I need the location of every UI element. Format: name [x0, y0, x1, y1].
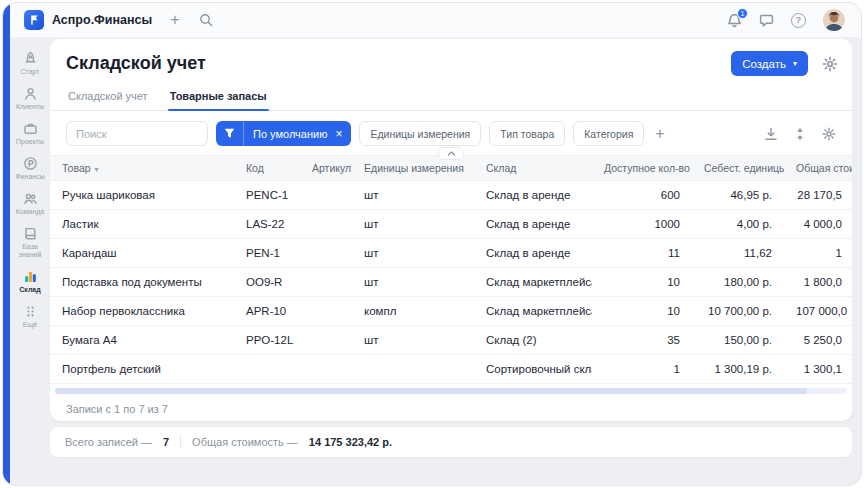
cell-qty: 1	[592, 355, 692, 384]
cell-warehouse: Сортировочный склад	[474, 355, 592, 384]
table-row[interactable]: Ластик LAS-22 шт Склад в аренде 1000 4,0…	[50, 210, 852, 239]
sidebar-item-team[interactable]: Команда	[11, 189, 49, 218]
cell-article	[300, 181, 352, 210]
page-settings-gear-icon[interactable]	[822, 56, 838, 72]
sidebar: Старт Клиенты Проекты Финансы Команда Ба…	[10, 37, 50, 485]
tab-warehouse-accounting[interactable]: Складской учет	[66, 85, 150, 110]
cell-unit: шт	[352, 210, 474, 239]
cell-warehouse: Склад маркетплейса	[474, 297, 592, 326]
help-button[interactable]: ?	[791, 13, 806, 28]
filter-chip-label: По умолчанию	[244, 128, 335, 140]
table-row[interactable]: Карандаш PEN-1 шт Склад в аренде 11 11,6…	[50, 239, 852, 268]
filter-product-type-button[interactable]: Тип товара	[489, 121, 565, 146]
chat-icon	[759, 13, 774, 28]
sidebar-item-knowledge-base[interactable]: База знаний	[11, 224, 49, 261]
column-header-total-cost[interactable]: Общая стоимость	[784, 156, 852, 181]
cell-article	[300, 297, 352, 326]
cell-qty: 1000	[592, 210, 692, 239]
total-records-value: 7	[163, 436, 169, 448]
table-row[interactable]: Подставка под документы OO9-R шт Склад м…	[50, 268, 852, 297]
sidebar-item-more[interactable]: Ещё	[11, 302, 49, 331]
sidebar-item-label: Ещё	[23, 321, 37, 329]
cell-total-cost: 28 170,5	[784, 181, 852, 210]
cell-code: PENC-1	[234, 181, 300, 210]
cell-unit: шт	[352, 239, 474, 268]
app-window: Аспро.Финансы + 1 ?	[2, 2, 862, 486]
cell-product: Портфель детский	[50, 355, 234, 384]
column-header-unit-cost[interactable]: Себест. единицы	[692, 156, 784, 181]
sidebar-item-projects[interactable]: Проекты	[11, 119, 49, 148]
sidebar-item-finance[interactable]: Финансы	[11, 154, 49, 183]
sidebar-item-label: Склад	[19, 286, 40, 294]
cell-total-cost: 5 250,0	[784, 326, 852, 355]
cell-unit-cost: 1 300,19 р.	[692, 355, 784, 384]
cell-warehouse: Склад в аренде	[474, 181, 592, 210]
table-row[interactable]: Набор первоклассника APR-10 компл Склад …	[50, 297, 852, 326]
sidebar-item-warehouse[interactable]: Склад	[11, 267, 49, 296]
column-header-code[interactable]: Код	[234, 156, 300, 181]
app-name: Аспро.Финансы	[52, 13, 152, 27]
export-download-icon[interactable]	[764, 127, 778, 141]
cell-unit-cost: 150,00 р.	[692, 326, 784, 355]
create-button-label: Создать	[742, 58, 786, 70]
cell-warehouse: Склад (2)	[474, 326, 592, 355]
cell-qty: 10	[592, 297, 692, 326]
search-input[interactable]	[66, 121, 208, 146]
tab-bar: Складской учет Товарные запасы	[50, 85, 852, 111]
cell-product: Ручка шариковая	[50, 181, 234, 210]
table-row[interactable]: Портфель детский Сортировочный склад 1 1…	[50, 355, 852, 384]
cell-article	[300, 210, 352, 239]
column-header-qty[interactable]: Доступное кол-во	[592, 156, 692, 181]
cell-code: PPO-12L	[234, 326, 300, 355]
scrollbar-thumb[interactable]	[55, 388, 807, 394]
cell-code: PEN-1	[234, 239, 300, 268]
sidebar-item-label: Команда	[16, 208, 45, 216]
column-header-product[interactable]: Товар▾	[50, 156, 234, 181]
search-icon[interactable]	[199, 13, 213, 27]
chat-button[interactable]	[759, 13, 774, 28]
cell-article	[300, 239, 352, 268]
sidebar-item-clients[interactable]: Клиенты	[11, 84, 49, 113]
collapse-rows-icon[interactable]	[793, 127, 807, 141]
quick-add-icon[interactable]: +	[170, 12, 179, 28]
divider	[180, 435, 181, 449]
cell-code: LAS-22	[234, 210, 300, 239]
cell-qty: 35	[592, 326, 692, 355]
sidebar-item-start[interactable]: Старт	[11, 49, 49, 78]
person-icon	[23, 86, 38, 101]
column-header-article[interactable]: Артикул	[300, 156, 352, 181]
cell-unit-cost: 11,62	[692, 239, 784, 268]
cell-qty: 11	[592, 239, 692, 268]
remove-filter-icon[interactable]: ×	[335, 128, 351, 140]
briefcase-icon	[23, 121, 38, 136]
cell-warehouse: Склад маркетплейса	[474, 268, 592, 297]
table-settings-gear-icon[interactable]	[822, 127, 836, 141]
cell-code: OO9-R	[234, 268, 300, 297]
sidebar-item-label: Клиенты	[16, 103, 44, 111]
horizontal-scrollbar[interactable]	[55, 388, 847, 394]
funnel-icon	[216, 121, 244, 146]
filter-units-button[interactable]: Единицы измерения	[359, 121, 481, 146]
create-button[interactable]: Создать ▾	[731, 51, 808, 76]
total-records-label: Всего записей —	[65, 436, 152, 448]
collapse-panel-button[interactable]	[438, 147, 465, 160]
default-filter-chip[interactable]: По умолчанию ×	[216, 121, 351, 146]
table-row[interactable]: Бумага А4 PPO-12L шт Склад (2) 35 150,00…	[50, 326, 852, 355]
table-row[interactable]: Ручка шариковая PENC-1 шт Склад в аренде…	[50, 181, 852, 210]
sidebar-item-label: Проекты	[16, 138, 44, 146]
column-header-warehouse[interactable]: Склад	[474, 156, 592, 181]
cell-unit	[352, 355, 474, 384]
cell-total-cost: 4 000,0	[784, 210, 852, 239]
topbar: Аспро.Финансы + 1 ?	[10, 3, 861, 37]
app-logo-icon[interactable]	[24, 10, 44, 30]
cell-article	[300, 268, 352, 297]
tab-inventory[interactable]: Товарные запасы	[168, 85, 269, 110]
filter-category-button[interactable]: Категория	[573, 121, 644, 146]
avatar[interactable]	[823, 9, 845, 31]
sidebar-item-label: Старт	[20, 68, 39, 76]
rocket-icon	[23, 51, 38, 66]
add-filter-icon[interactable]: +	[655, 126, 664, 142]
notifications-button[interactable]: 1	[727, 13, 742, 28]
cell-product: Карандаш	[50, 239, 234, 268]
cell-total-cost: 1 800,0	[784, 268, 852, 297]
